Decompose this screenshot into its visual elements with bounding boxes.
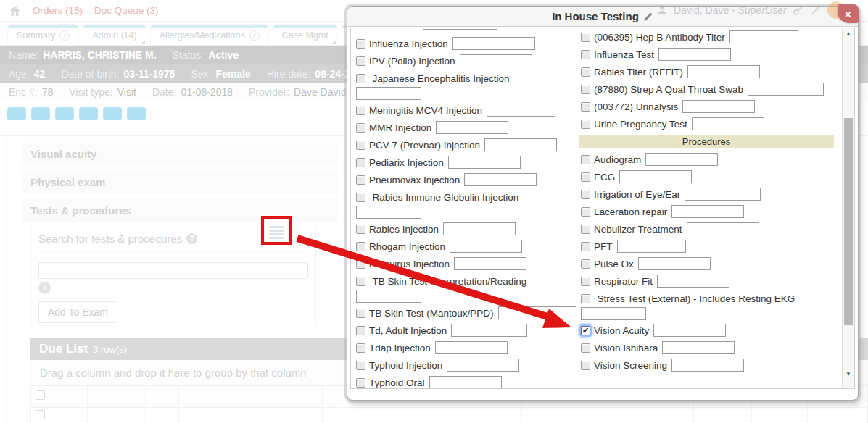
checkbox[interactable] xyxy=(356,361,365,370)
checkbox[interactable] xyxy=(581,207,590,217)
result-input[interactable] xyxy=(448,156,521,169)
checkbox[interactable] xyxy=(581,85,590,94)
soap-button[interactable] xyxy=(103,107,122,120)
result-input[interactable] xyxy=(452,37,535,50)
checkbox[interactable] xyxy=(356,309,365,318)
result-input[interactable] xyxy=(451,324,527,337)
result-input[interactable] xyxy=(450,240,522,253)
nav-orders-link[interactable]: Orders (16) xyxy=(33,5,83,16)
section-tests-procedures[interactable]: Tests & procedures xyxy=(22,199,338,222)
checkbox[interactable] xyxy=(581,190,590,199)
result-input[interactable] xyxy=(658,48,731,61)
result-input[interactable] xyxy=(484,138,557,151)
result-input[interactable] xyxy=(682,100,755,113)
result-input[interactable] xyxy=(460,54,532,67)
result-input[interactable] xyxy=(687,222,759,235)
checkbox[interactable] xyxy=(356,74,365,83)
checkbox[interactable] xyxy=(356,123,365,133)
checkbox[interactable] xyxy=(356,193,365,202)
help-icon[interactable]: ? xyxy=(186,233,197,244)
result-input[interactable] xyxy=(662,341,735,354)
scroll-up-arrow[interactable]: ▲ xyxy=(843,29,854,39)
checkbox[interactable] xyxy=(356,326,365,335)
result-input[interactable] xyxy=(671,359,744,372)
result-input[interactable] xyxy=(671,205,744,218)
checkbox[interactable] xyxy=(356,175,365,185)
checkbox[interactable] xyxy=(581,343,590,353)
result-input[interactable] xyxy=(729,30,798,43)
result-input[interactable] xyxy=(498,306,576,319)
checkbox[interactable] xyxy=(581,102,590,112)
section-visual-acuity[interactable]: Visual acuity xyxy=(22,143,338,165)
row-checkbox[interactable] xyxy=(36,390,45,400)
result-input[interactable] xyxy=(435,341,508,354)
column-header-cell[interactable] xyxy=(31,386,51,407)
checkbox[interactable] xyxy=(581,277,590,286)
tab[interactable]: Case Mgmt xyxy=(273,24,338,45)
scroll-down-arrow[interactable]: ▼ xyxy=(843,369,854,380)
checkbox[interactable] xyxy=(581,225,590,234)
result-input[interactable] xyxy=(429,376,502,389)
add-to-exam-button[interactable]: Add To Exam xyxy=(38,301,117,323)
checkbox[interactable] xyxy=(581,120,590,129)
checkbox[interactable] xyxy=(356,39,365,49)
result-input[interactable] xyxy=(581,307,646,320)
checkbox[interactable] xyxy=(356,277,365,286)
result-input[interactable] xyxy=(657,275,729,288)
result-input[interactable] xyxy=(356,290,421,303)
checkbox[interactable] xyxy=(581,326,590,335)
result-input[interactable] xyxy=(687,65,760,78)
column-header-cell[interactable] xyxy=(252,386,323,407)
result-input[interactable] xyxy=(447,359,519,372)
checkbox[interactable] xyxy=(581,259,590,269)
search-input[interactable] xyxy=(38,262,308,279)
soap-button[interactable] xyxy=(55,107,74,120)
checkbox[interactable] xyxy=(356,56,365,66)
home-icon[interactable] xyxy=(9,5,21,17)
result-input[interactable] xyxy=(653,324,726,337)
row-checkbox[interactable] xyxy=(36,410,45,419)
nav-doc-queue-link[interactable]: Doc Queue (3) xyxy=(94,5,159,16)
checkbox[interactable] xyxy=(356,343,365,353)
scrollbar-thumb[interactable] xyxy=(844,118,853,325)
soap-button[interactable] xyxy=(7,107,26,120)
result-input[interactable] xyxy=(619,170,692,183)
result-input[interactable] xyxy=(356,206,421,219)
checkbox[interactable] xyxy=(356,158,365,167)
result-input[interactable] xyxy=(454,257,526,270)
checkbox[interactable] xyxy=(581,50,590,59)
tab[interactable]: Summary ↗ xyxy=(7,24,79,45)
result-input[interactable] xyxy=(645,153,718,166)
soap-button[interactable] xyxy=(79,107,98,120)
soap-button[interactable] xyxy=(31,107,50,120)
result-input[interactable] xyxy=(443,222,516,235)
soap-button[interactable] xyxy=(127,107,146,120)
checkbox[interactable] xyxy=(356,106,365,115)
column-header-cell[interactable] xyxy=(88,386,146,407)
checkbox[interactable] xyxy=(581,172,590,182)
result-input[interactable] xyxy=(617,240,686,253)
pick-list-icon[interactable] xyxy=(266,222,286,241)
tab[interactable]: Admin (14) xyxy=(83,24,146,45)
checkbox[interactable] xyxy=(356,242,365,251)
checkbox[interactable] xyxy=(356,378,365,388)
checkbox[interactable] xyxy=(356,141,365,150)
checkbox[interactable] xyxy=(581,294,590,303)
result-input[interactable] xyxy=(436,121,508,134)
result-input[interactable] xyxy=(748,83,824,96)
result-input[interactable] xyxy=(423,29,497,35)
column-header-cell[interactable] xyxy=(51,386,88,407)
checkbox[interactable] xyxy=(581,33,590,42)
result-input[interactable] xyxy=(356,87,421,100)
section-physical-exam[interactable]: Physical exam xyxy=(22,171,338,193)
checkbox[interactable] xyxy=(581,242,590,251)
result-input[interactable] xyxy=(464,173,537,186)
checkbox[interactable] xyxy=(356,259,365,269)
add-row-plus-icon[interactable]: + xyxy=(38,282,51,294)
checkbox[interactable] xyxy=(356,225,365,234)
result-input[interactable] xyxy=(487,104,555,117)
edit-pencil-icon[interactable] xyxy=(643,12,653,22)
checkbox[interactable] xyxy=(581,67,590,77)
column-header-cell[interactable] xyxy=(146,386,179,407)
result-input[interactable] xyxy=(692,117,764,130)
